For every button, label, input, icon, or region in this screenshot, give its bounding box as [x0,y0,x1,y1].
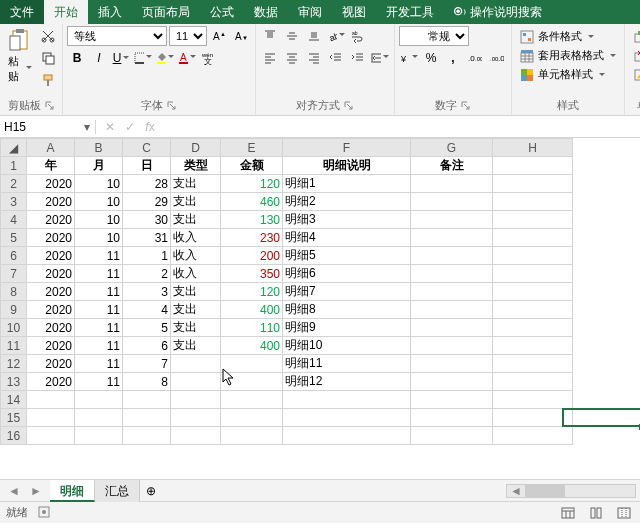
name-box-dropdown-icon[interactable]: ▾ [78,120,95,134]
col-header-B[interactable]: B [75,139,123,157]
cell-B11[interactable]: 11 [75,337,123,355]
cell-C16[interactable] [123,427,171,445]
format-cells-button[interactable]: 格 [629,66,640,83]
number-format-select[interactable]: 常规 [399,26,469,46]
font-name-select[interactable]: 等线 [67,26,167,46]
cell-H3[interactable] [493,193,573,211]
cell-H7[interactable] [493,265,573,283]
cell-D3[interactable]: 支出 [171,193,221,211]
cell-H14[interactable] [493,391,573,409]
tab-formulas[interactable]: 公式 [200,0,244,24]
cell-G10[interactable] [411,319,493,337]
cell-D12[interactable] [171,355,221,373]
cell-G11[interactable] [411,337,493,355]
cell-B12[interactable]: 11 [75,355,123,373]
cell-H13[interactable] [493,373,573,391]
row-header-3[interactable]: 3 [1,193,27,211]
sheet-nav-prev[interactable]: ◄ [4,481,24,501]
cell-B4[interactable]: 10 [75,211,123,229]
italic-button[interactable]: I [89,48,109,68]
number-launcher-icon[interactable] [461,101,471,111]
decrease-indent-button[interactable] [326,48,346,68]
cell-A16[interactable] [27,427,75,445]
row-header-8[interactable]: 8 [1,283,27,301]
macro-record-icon[interactable] [38,506,50,520]
cell-G3[interactable] [411,193,493,211]
cell-E3[interactable]: 460 [221,193,283,211]
percent-button[interactable]: % [421,48,441,68]
cell-D8[interactable]: 支出 [171,283,221,301]
cell-G4[interactable] [411,211,493,229]
cell-B5[interactable]: 10 [75,229,123,247]
cell-B15[interactable] [75,409,123,427]
cell-A9[interactable]: 2020 [27,301,75,319]
cell-G15[interactable] [411,409,493,427]
cell-E7[interactable]: 350 [221,265,283,283]
comma-button[interactable]: , [443,48,463,68]
name-box-input[interactable] [0,120,78,134]
row-header-10[interactable]: 10 [1,319,27,337]
cell-E6[interactable]: 200 [221,247,283,265]
accounting-format-button[interactable]: ¥ [399,48,419,68]
increase-decimal-button[interactable]: .0.00 [465,48,485,68]
cell-B14[interactable] [75,391,123,409]
cell-A7[interactable]: 2020 [27,265,75,283]
cell-D11[interactable]: 支出 [171,337,221,355]
cell-D7[interactable]: 收入 [171,265,221,283]
cell-A11[interactable]: 2020 [27,337,75,355]
border-button[interactable] [133,48,153,68]
cell-G13[interactable] [411,373,493,391]
cell-A2[interactable]: 2020 [27,175,75,193]
cell-B7[interactable]: 11 [75,265,123,283]
row-header-4[interactable]: 4 [1,211,27,229]
cell-H5[interactable] [493,229,573,247]
cancel-formula-button[interactable]: ✕ [100,117,120,137]
row-header-13[interactable]: 13 [1,373,27,391]
cell-E5[interactable]: 230 [221,229,283,247]
align-center-button[interactable] [282,48,302,68]
cell-G14[interactable] [411,391,493,409]
row-header-16[interactable]: 16 [1,427,27,445]
cell-H15[interactable] [493,409,573,427]
col-header-A[interactable]: A [27,139,75,157]
cell-G9[interactable] [411,301,493,319]
conditional-format-button[interactable]: 条件格式 [516,28,598,45]
cell-E8[interactable]: 120 [221,283,283,301]
tab-data[interactable]: 数据 [244,0,288,24]
tab-file[interactable]: 文件 [0,0,44,24]
cell-F14[interactable] [283,391,411,409]
cell-D6[interactable]: 收入 [171,247,221,265]
cell-D14[interactable] [171,391,221,409]
cell-D15[interactable] [171,409,221,427]
cell-D9[interactable]: 支出 [171,301,221,319]
cell-G8[interactable] [411,283,493,301]
font-color-button[interactable]: A [177,48,197,68]
cell-A10[interactable]: 2020 [27,319,75,337]
name-box[interactable]: ▾ [0,120,96,134]
cell-C8[interactable]: 3 [123,283,171,301]
row-header-2[interactable]: 2 [1,175,27,193]
sheet-tab-detail[interactable]: 明细 [50,480,95,502]
cell-F15[interactable] [283,409,411,427]
cell-F3[interactable]: 明细2 [283,193,411,211]
alignment-launcher-icon[interactable] [344,101,354,111]
cell-C11[interactable]: 6 [123,337,171,355]
cell-H8[interactable] [493,283,573,301]
cell-B10[interactable]: 11 [75,319,123,337]
cell-B8[interactable]: 11 [75,283,123,301]
col-header-G[interactable]: G [411,139,493,157]
row-header-7[interactable]: 7 [1,265,27,283]
col-header-C[interactable]: C [123,139,171,157]
orientation-button[interactable]: ab [326,26,346,46]
cell-A5[interactable]: 2020 [27,229,75,247]
enter-formula-button[interactable]: ✓ [120,117,140,137]
cell-F10[interactable]: 明细9 [283,319,411,337]
cell-A12[interactable]: 2020 [27,355,75,373]
cell-F16[interactable] [283,427,411,445]
cell-B1[interactable]: 月 [75,157,123,175]
cell-E15[interactable] [221,409,283,427]
col-header-D[interactable]: D [171,139,221,157]
cell-D4[interactable]: 支出 [171,211,221,229]
cell-A15[interactable] [27,409,75,427]
cell-C1[interactable]: 日 [123,157,171,175]
